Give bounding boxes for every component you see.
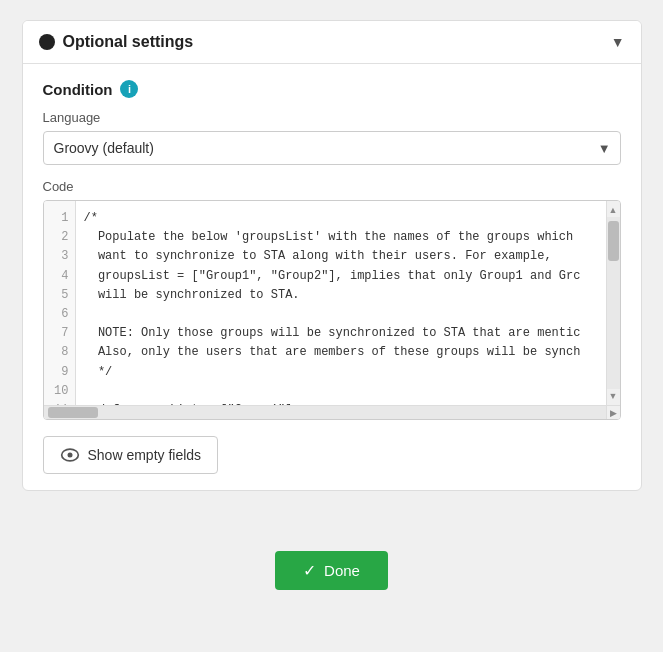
code-editor[interactable]: /* Populate the below 'groupsList' with … xyxy=(76,201,606,405)
language-select[interactable]: Groovy (default) xyxy=(43,131,621,165)
line-number: 10 xyxy=(52,382,69,401)
svg-point-1 xyxy=(67,453,72,458)
show-empty-fields-button[interactable]: Show empty fields xyxy=(43,436,219,474)
eye-icon xyxy=(60,445,80,465)
scroll-track-v xyxy=(607,217,620,389)
show-empty-fields-label: Show empty fields xyxy=(88,447,202,463)
vertical-scrollbar[interactable]: ▲ ▼ xyxy=(606,201,620,405)
circle-icon xyxy=(39,34,55,50)
panel-header-left: Optional settings xyxy=(39,33,194,51)
line-number: 2 xyxy=(52,228,69,247)
line-number: 4 xyxy=(52,267,69,286)
line-number: 11 xyxy=(52,401,69,405)
code-area-wrapper: 1 2 3 4 5 6 7 8 9 10 11 12 13 14 /* Popu… xyxy=(43,200,621,420)
done-button[interactable]: ✓ Done xyxy=(275,551,388,590)
language-label: Language xyxy=(43,110,621,125)
scroll-thumb-h[interactable] xyxy=(48,407,98,418)
horizontal-scrollbar[interactable] xyxy=(44,406,606,419)
optional-settings-panel: Optional settings ▼ Condition i Language… xyxy=(22,20,642,491)
panel-header[interactable]: Optional settings ▼ xyxy=(23,21,641,64)
scroll-down-button[interactable]: ▼ xyxy=(606,389,620,403)
line-numbers: 1 2 3 4 5 6 7 8 9 10 11 12 13 14 xyxy=(44,201,76,405)
line-number: 3 xyxy=(52,247,69,266)
scroll-right-button[interactable]: ▶ xyxy=(606,406,620,419)
line-number: 7 xyxy=(52,324,69,343)
line-number: 5 xyxy=(52,286,69,305)
checkmark-icon: ✓ xyxy=(303,561,316,580)
footer-area: ✓ Done xyxy=(275,551,388,590)
info-icon[interactable]: i xyxy=(120,80,138,98)
language-select-wrapper: Groovy (default) ▼ xyxy=(43,131,621,165)
panel-body: Condition i Language Groovy (default) ▼ … xyxy=(23,64,641,490)
line-number: 9 xyxy=(52,363,69,382)
line-number: 6 xyxy=(52,305,69,324)
code-label: Code xyxy=(43,179,621,194)
scroll-up-button[interactable]: ▲ xyxy=(606,203,620,217)
panel-title: Optional settings xyxy=(63,33,194,51)
horizontal-scrollbar-row: ▶ xyxy=(44,405,620,419)
line-number: 1 xyxy=(52,209,69,228)
code-area: 1 2 3 4 5 6 7 8 9 10 11 12 13 14 /* Popu… xyxy=(44,201,620,405)
scroll-thumb-v[interactable] xyxy=(608,221,619,261)
line-number: 8 xyxy=(52,343,69,362)
condition-title-text: Condition xyxy=(43,81,113,98)
done-button-label: Done xyxy=(324,562,360,579)
chevron-down-icon: ▼ xyxy=(611,34,625,50)
condition-section-title: Condition i xyxy=(43,80,621,98)
